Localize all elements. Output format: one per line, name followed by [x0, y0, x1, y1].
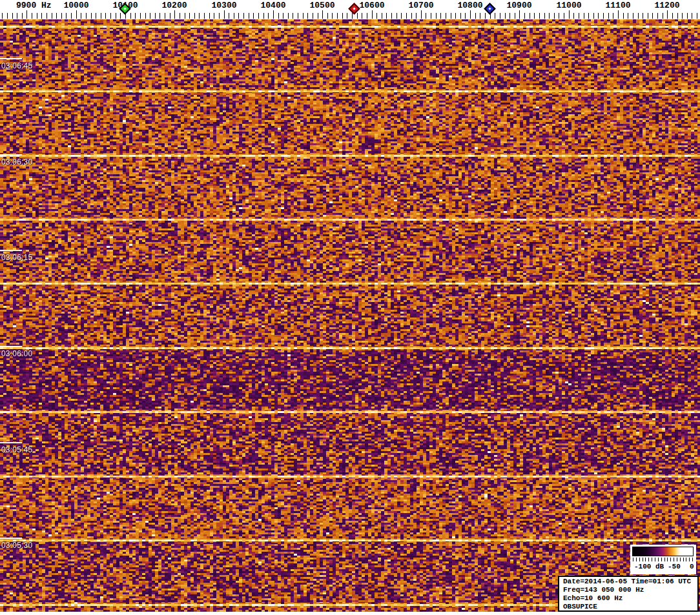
freq-tick — [519, 10, 520, 19]
freq-tick — [116, 13, 116, 19]
freq-tick — [101, 13, 101, 19]
db-tick — [683, 558, 684, 561]
freq-tick — [37, 13, 37, 19]
frequency-ruler[interactable]: 9900 Hz 10000 10100 10200 10300 10400 10… — [0, 0, 700, 19]
freq-tick — [534, 13, 535, 19]
db-tick — [674, 558, 674, 561]
freq-tick — [61, 13, 62, 19]
time-tick — [0, 538, 22, 539]
info-station: OBSUPICE — [563, 603, 697, 611]
freq-tick — [603, 13, 604, 19]
freq-label: 10800 — [457, 1, 482, 10]
freq-tick — [667, 10, 668, 19]
freq-tick — [628, 13, 628, 19]
freq-tick — [165, 13, 165, 19]
freq-tick — [249, 13, 249, 19]
db-tick — [689, 558, 690, 561]
freq-tick — [613, 13, 613, 19]
freq-tick — [406, 13, 407, 19]
freq-tick — [426, 13, 426, 19]
freq-tick — [2, 13, 3, 19]
freq-tick — [623, 13, 624, 19]
freq-tick — [22, 13, 23, 19]
freq-tick — [539, 13, 540, 19]
freq-tick — [352, 13, 353, 19]
freq-tick — [657, 13, 658, 19]
freq-tick — [273, 10, 274, 19]
freq-tick — [170, 13, 170, 19]
db-tick — [645, 558, 646, 561]
freq-tick — [293, 13, 293, 19]
freq-tick — [682, 13, 683, 19]
freq-tick — [475, 13, 476, 19]
freq-tick — [643, 13, 643, 19]
freq-tick — [56, 13, 57, 19]
info-date-time: Date=2014-06-05 Time=01:06 UTC — [563, 578, 697, 586]
freq-tick — [692, 13, 692, 19]
bottom-strip — [0, 612, 700, 615]
freq-tick — [110, 13, 111, 19]
info-frequency: Freq=143 050 000 Hz — [563, 586, 697, 594]
freq-tick — [313, 13, 313, 19]
db-tick — [670, 558, 671, 561]
freq-tick — [524, 13, 525, 19]
marker-center-dot — [123, 7, 126, 10]
freq-tick — [687, 13, 688, 19]
freq-tick — [618, 10, 619, 19]
freq-tick — [140, 13, 141, 19]
freq-tick — [431, 13, 431, 19]
freq-tick — [52, 13, 52, 19]
freq-tick — [530, 13, 530, 19]
freq-tick — [150, 13, 150, 19]
db-gradient-bar — [632, 547, 694, 556]
db-tick — [664, 558, 665, 561]
marker-blue-diamond[interactable] — [484, 3, 495, 14]
db-color-scale: -100 dB -50 0 — [630, 545, 696, 574]
freq-tick — [238, 13, 239, 19]
freq-tick — [677, 13, 678, 19]
db-tick — [677, 558, 677, 561]
freq-tick — [372, 10, 373, 19]
freq-label: 11200 — [654, 1, 679, 10]
db-tick — [636, 558, 637, 561]
freq-tick — [515, 13, 515, 19]
freq-tick — [480, 13, 480, 19]
freq-tick — [485, 13, 486, 19]
freq-tick — [593, 13, 594, 19]
freq-label: 10000 — [63, 1, 88, 10]
freq-tick — [46, 13, 47, 19]
freq-tick — [41, 13, 42, 19]
freq-tick — [584, 13, 584, 19]
db-tick — [652, 558, 652, 561]
freq-tick — [500, 13, 500, 19]
freq-tick — [91, 13, 92, 19]
freq-tick — [648, 13, 648, 19]
freq-tick — [209, 13, 210, 19]
db-tick — [661, 558, 662, 561]
freq-tick — [322, 10, 323, 19]
freq-tick — [263, 13, 264, 19]
freq-tick — [588, 13, 589, 19]
freq-label: 10400 — [260, 1, 285, 10]
freq-tick — [672, 13, 673, 19]
freq-tick — [327, 13, 328, 19]
freq-tick — [194, 13, 195, 19]
freq-tick — [697, 13, 697, 19]
time-label: 03:06:00 — [1, 349, 32, 358]
freq-tick — [26, 10, 27, 19]
freq-tick — [411, 13, 412, 19]
time-tick — [0, 154, 22, 156]
marker-red-diamond[interactable] — [348, 3, 360, 14]
freq-tick — [32, 13, 32, 19]
freq-label: 10300 — [211, 1, 236, 10]
freq-tick — [288, 13, 289, 19]
freq-tick — [199, 13, 200, 19]
freq-tick — [303, 13, 304, 19]
freq-label: 10700 — [408, 1, 433, 10]
freq-label: 10600 — [359, 1, 384, 10]
freq-tick — [278, 13, 279, 19]
freq-tick — [465, 13, 466, 19]
freq-tick — [446, 13, 446, 19]
freq-tick — [185, 13, 185, 19]
db-tick — [639, 558, 640, 561]
